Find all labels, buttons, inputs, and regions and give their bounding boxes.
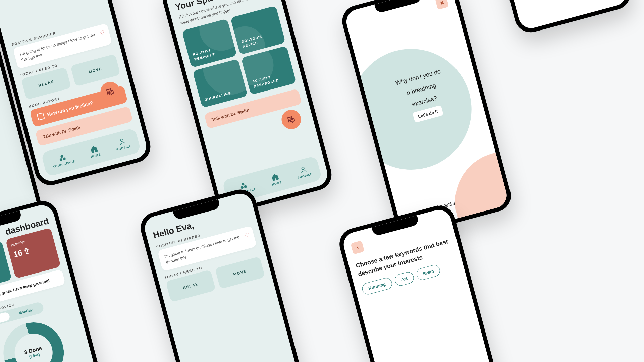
chat-icon [105, 86, 116, 97]
svg-point-1 [302, 167, 305, 170]
chat-fab[interactable] [279, 108, 303, 131]
nav-home[interactable]: HOME [269, 172, 282, 186]
your-space-icon [58, 153, 67, 162]
advice-donut: 3 Done (75%) [0, 316, 70, 362]
tile-positive-reminder[interactable]: POSITIVE REMINDER [182, 19, 237, 68]
scan-icon [37, 112, 45, 120]
phone-keywords: ‹ Choose a few keywords that best descri… [336, 202, 512, 362]
chat-icon [286, 114, 297, 125]
close-button[interactable]: ✕ [435, 0, 449, 10]
home-icon [271, 172, 280, 181]
phone-breathing: ✕ Why don't you do a breathing exercise?… [339, 0, 515, 238]
close-icon: ✕ [439, 0, 445, 6]
nav-home[interactable]: HOME [88, 144, 101, 159]
tile-doctors-advice[interactable]: DOCTOR'S ADVICE [230, 6, 286, 55]
chip-art[interactable]: Art [393, 271, 415, 287]
nav-profile[interactable]: PROFILE [114, 136, 132, 152]
chevron-left-icon: ‹ [356, 244, 359, 251]
phone-your-space: Your Space This is your space where you … [159, 0, 335, 217]
chip-running[interactable]: Running [361, 277, 393, 296]
up-arrow-icon: ⇧ [22, 246, 32, 257]
your-space-icon [239, 181, 248, 190]
phone-home: Hello Eva, POSITIVE REMINDER ♡ I'm going… [137, 186, 313, 362]
chip-swim[interactable]: Swim [415, 264, 442, 281]
home-icon [90, 144, 99, 154]
nav-your-space[interactable]: YOUR SPACE [50, 151, 76, 169]
nav-profile[interactable]: PROFILE [295, 164, 313, 180]
svg-point-0 [120, 139, 123, 142]
profile-icon [299, 165, 308, 174]
profile-icon [118, 137, 127, 146]
phone-dashboard: dashboard od ⇧ Activities 16⇧ You are do… [0, 197, 115, 362]
